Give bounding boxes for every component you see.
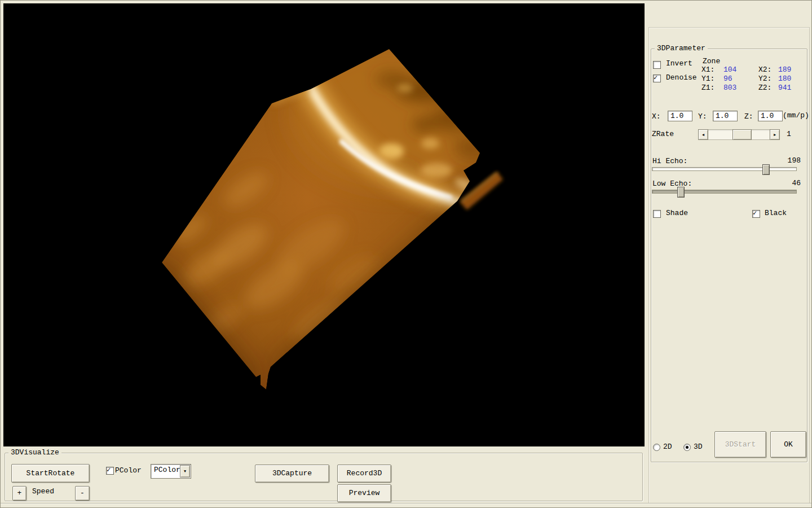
zone-y1-label: Y1:	[701, 75, 714, 83]
zrate-scrollbar-thumb[interactable]	[732, 129, 752, 140]
low-echo-value: 46	[778, 179, 801, 187]
scale-x-input[interactable]	[668, 111, 692, 121]
black-label: Black	[765, 209, 787, 217]
black-checkbox[interactable]: ✓	[752, 210, 760, 218]
zrate-value: 1	[787, 130, 791, 138]
zrate-label: ZRate	[652, 130, 674, 138]
scroll-right-icon: ►	[774, 133, 776, 137]
zone-z2-label: Z2:	[758, 84, 771, 92]
radio-dot	[686, 446, 689, 449]
scroll-left-icon: ◄	[702, 133, 704, 137]
window-bottom-separator	[0, 503, 812, 503]
speed-label: Speed	[32, 488, 54, 496]
denoise-checkbox[interactable]: ✓	[653, 75, 661, 82]
app-window: { "icons": { "check": "✓", "dropdown": "…	[0, 0, 812, 508]
shade-checkbox[interactable]	[653, 210, 661, 218]
speed-plus-button[interactable]: +	[12, 486, 27, 501]
zone-y2-label: Y2:	[758, 75, 771, 83]
zrate-scroll-left-button[interactable]: ◄	[698, 129, 708, 140]
pcolor-checkbox[interactable]: ✓	[106, 467, 114, 475]
minus-icon: -	[80, 489, 85, 497]
record-3d-button-label: Record3D	[347, 470, 382, 478]
hi-echo-value: 198	[778, 157, 801, 165]
invert-checkbox[interactable]	[653, 61, 661, 69]
hi-echo-slider-thumb[interactable]	[762, 164, 770, 175]
low-echo-slider-thumb[interactable]	[677, 187, 685, 198]
zrate-scroll-right-button[interactable]: ►	[770, 129, 780, 140]
preview-button[interactable]: Preview	[337, 484, 391, 502]
scale-z-label: Z:	[744, 113, 753, 121]
zone-y1-value: 96	[723, 75, 732, 83]
parameter-group-title: 3DParameter	[655, 45, 708, 52]
radio-3d-label: 3D	[694, 443, 703, 451]
zone-x1-label: X1:	[701, 66, 714, 74]
invert-label: Invert	[666, 60, 692, 68]
start-rotate-button[interactable]: StartRotate	[11, 464, 90, 483]
start3d-button[interactable]: 3DStart	[714, 431, 766, 458]
pcolor-combobox[interactable]: PColor ▼	[151, 464, 191, 479]
low-echo-label: Low Echo:	[652, 180, 692, 188]
low-echo-slider-track[interactable]	[652, 190, 797, 194]
scale-y-label: Y:	[698, 113, 707, 121]
zone-z1-label: Z1:	[701, 84, 714, 92]
scale-unit-label: (mm/p)	[783, 112, 809, 120]
zone-title: Zone	[703, 58, 720, 65]
capture-3d-button-label: 3DCapture	[272, 470, 312, 478]
render-viewport[interactable]	[3, 3, 645, 446]
denoise-label: Denoise	[666, 74, 697, 82]
preview-button-label: Preview	[349, 489, 380, 497]
scale-x-label: X:	[652, 113, 661, 121]
radio-3d[interactable]	[683, 444, 691, 451]
pcolor-checkbox-label: PColor	[115, 467, 142, 475]
chevron-down-icon: ▼	[184, 469, 186, 474]
ok-button-label: OK	[784, 441, 793, 449]
radio-2d-label: 2D	[663, 443, 672, 451]
hi-echo-label: Hi Echo:	[652, 157, 687, 165]
zone-x2-label: X2:	[758, 66, 771, 74]
pcolor-combobox-value: PColor	[154, 466, 180, 474]
radio-2d[interactable]	[653, 444, 660, 451]
capture-3d-button[interactable]: 3DCapture	[255, 465, 329, 483]
check-icon: ✓	[753, 209, 757, 217]
visualize-group-title: 3DVisualize	[8, 449, 61, 457]
check-icon: ✓	[107, 466, 111, 474]
scale-y-input[interactable]	[713, 111, 738, 121]
zone-x2-value: 189	[778, 66, 791, 74]
start-rotate-button-label: StartRotate	[27, 470, 75, 478]
hi-echo-slider-track[interactable]	[652, 167, 797, 171]
ok-button[interactable]: OK	[770, 431, 806, 458]
zone-y2-value: 180	[778, 75, 791, 83]
scale-z-input[interactable]	[758, 111, 783, 121]
record-3d-button[interactable]: Record3D	[337, 465, 391, 483]
pcolor-combobox-dropdown-button[interactable]: ▼	[180, 465, 190, 478]
ultrasound-render	[3, 3, 645, 446]
zone-z2-value: 941	[778, 84, 791, 92]
plus-icon: +	[17, 489, 22, 497]
shade-label: Shade	[666, 209, 688, 217]
check-icon: ✓	[654, 73, 657, 82]
start3d-button-label: 3DStart	[725, 441, 756, 449]
zone-x1-value: 104	[723, 66, 736, 74]
speed-minus-button[interactable]: -	[75, 486, 90, 501]
zone-z1-value: 803	[723, 84, 736, 92]
